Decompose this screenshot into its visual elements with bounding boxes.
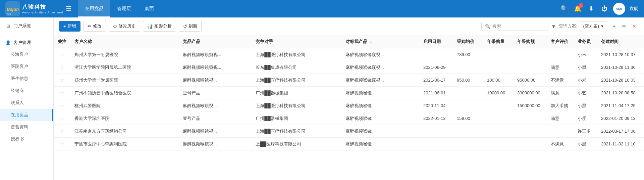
table-row: ☆江苏南京东方医药经销公司麻醉视频喉镜视...上海██医疗科技有限公司麻醉视频喉…: [54, 125, 644, 138]
staff-cell: 小米: [574, 48, 597, 61]
chart-button[interactable]: 📊 图形分析: [143, 21, 176, 32]
query-scheme-select[interactable]: (空方案) ▼: [580, 21, 607, 31]
annual-qty-cell: [483, 61, 513, 74]
customer-eval-cell: 不满意: [547, 74, 574, 87]
start-date-cell: 2020-11-04: [419, 99, 453, 112]
purchase-price-cell: [453, 61, 483, 74]
logo-text: 八骏科技 Anyone,Anytime,Anywhere!: [22, 4, 63, 14]
purchase-price-cell: 158.00: [453, 112, 483, 125]
sidebar-item-hospital-customer[interactable]: 医院客户: [0, 60, 53, 73]
col-header-customer-name[interactable]: 客户名称: [70, 35, 179, 48]
history-button[interactable]: ⊙ 修改历史: [109, 21, 140, 32]
sidebar-item-auth-book[interactable]: 授权书: [0, 133, 53, 145]
table-container: 关注 客户名称 竞品产品 竞争对手 对标我产品 ↓: [54, 35, 644, 180]
sidebar-item-contact[interactable]: 联系人: [0, 97, 53, 109]
notification-button[interactable]: 🔔 1: [573, 4, 582, 13]
sidebar-item-public-customer[interactable]: 公海客户: [0, 48, 53, 60]
sidebar-item-in-use-competitor[interactable]: 在用竞品: [0, 109, 53, 121]
chevron-down-icon: ▼: [600, 24, 604, 28]
create-time-cell: 2021-10-29 11:36: [597, 61, 644, 74]
competitor-product-cell: 壹号产品: [179, 87, 252, 99]
focus-star[interactable]: ☆: [54, 61, 70, 74]
nav-tab-management[interactable]: 管理层: [110, 0, 138, 17]
start-date-cell: [419, 138, 453, 150]
annual-amount-cell: [513, 125, 547, 138]
annual-qty-cell: [483, 48, 513, 61]
sidebar-item-distributor[interactable]: 经销商: [0, 85, 53, 97]
competitor-cell: 上海██医疗科技有限公司: [252, 48, 341, 61]
nav-tab-in-use[interactable]: 在用竞品: [78, 0, 110, 17]
delete-filter-button[interactable]: ✕: [630, 22, 639, 31]
competitor-product-cell: 麻醉视频喉镜视...: [179, 125, 252, 138]
logo-area: Bajun 八骏 八骏科技 Anyone,Anytime,Anywhere!: [5, 1, 63, 16]
main-layout: ⊞ 门户系统 👤 客户管理 公海客户 医院客户 医生信息 经销商 联系人: [0, 17, 644, 180]
edit-filter-button[interactable]: ✏: [620, 22, 629, 31]
nav-tabs: 在用竞品 管理层 桌面: [78, 0, 559, 17]
focus-star[interactable]: ☆: [54, 125, 70, 138]
search-icon: 🔍: [485, 24, 490, 29]
purchase-price-cell: 789.00: [453, 48, 483, 61]
annual-amount-cell: 1500000.00: [513, 99, 547, 112]
power-button[interactable]: ⏻: [600, 4, 609, 13]
user-name[interactable]: 袁朗: [629, 6, 639, 12]
sidebar-section-title-customer[interactable]: 👤 客户管理: [0, 37, 53, 48]
logo-image: Bajun 八骏: [5, 1, 20, 16]
sort-desc-icon: ↓: [370, 39, 372, 44]
history-icon: ⊙: [113, 24, 117, 29]
nav-tab-desktop[interactable]: 桌面: [138, 0, 161, 17]
col-header-competitor-product[interactable]: 竞品产品: [179, 35, 252, 48]
download-button[interactable]: ⬇: [586, 4, 596, 13]
target-product-cell: 麻醉视频喉镜窥视...: [341, 74, 419, 87]
col-header-create-time[interactable]: 创建时间: [597, 35, 644, 48]
col-header-customer-eval[interactable]: 客户评价: [547, 35, 574, 48]
focus-star[interactable]: ☆: [54, 138, 70, 150]
competitor-product-cell: 壹号产品: [179, 112, 252, 125]
avatar[interactable]: CEO: [613, 3, 625, 15]
sidebar-section-title-portal[interactable]: ⊞ 门户系统: [0, 20, 53, 32]
add-button[interactable]: + 新增: [59, 21, 80, 32]
annual-amount-cell: [513, 112, 547, 125]
purchase-price-cell: [453, 125, 483, 138]
focus-star[interactable]: ☆: [54, 48, 70, 61]
logo-en: Anyone,Anytime,Anywhere!: [22, 11, 63, 14]
col-header-staff[interactable]: 业务员: [574, 35, 597, 48]
add-filter-button[interactable]: +: [610, 22, 619, 31]
col-header-start-date[interactable]: 启用日期: [419, 35, 453, 48]
col-header-annual-amount[interactable]: 年采购额: [513, 35, 547, 48]
competitor-table: 关注 客户名称 竞品产品 竞争对手 对标我产品 ↓: [54, 35, 644, 150]
col-header-purchase-price[interactable]: 采购均价: [453, 35, 483, 48]
target-product-cell: 麻醉视频喉镜: [341, 112, 419, 125]
search-box[interactable]: 🔍: [481, 22, 548, 31]
start-date-cell: 2022-01-13: [419, 112, 453, 125]
focus-star[interactable]: ☆: [54, 112, 70, 125]
annual-amount-cell: [513, 61, 547, 74]
competitor-cell: 广州██器械集团: [252, 87, 341, 99]
search-icon-button[interactable]: 🔍: [559, 4, 569, 13]
sidebar-item-doctor-info[interactable]: 医生信息: [0, 73, 53, 85]
col-header-annual-qty[interactable]: 年采购量: [483, 35, 513, 48]
refresh-icon: ↺: [183, 24, 187, 29]
focus-star[interactable]: ☆: [54, 87, 70, 99]
focus-star[interactable]: ☆: [54, 99, 70, 112]
customer-eval-cell: 加大采购: [547, 99, 574, 112]
sidebar-item-first-营[interactable]: 首营资料: [0, 121, 53, 133]
competitor-product-cell: 麻醉视频喉镜窥视...: [179, 61, 252, 74]
customer-name-cell: 杭州武警医院: [70, 99, 179, 112]
customer-eval-cell: 不满意: [547, 138, 574, 150]
start-date-cell: 2021-06-29: [419, 61, 453, 74]
competitor-cell: 上██医疗科技有限公司: [252, 138, 341, 150]
annual-qty-cell: [483, 99, 513, 112]
refresh-button[interactable]: ↺ 刷新: [179, 21, 202, 32]
col-header-target-product[interactable]: 对标我产品 ↓: [341, 35, 419, 48]
col-header-competitor[interactable]: 竞争对手: [252, 35, 341, 48]
search-input[interactable]: [492, 24, 546, 29]
table-row: ☆广州不知所云中西医结合医院壹号产品广州██器械集团麻醉视频喉镜2021-06-…: [54, 87, 644, 99]
focus-star[interactable]: ☆: [54, 74, 70, 87]
table-header-row: 关注 客户名称 竞品产品 竞争对手 对标我产品 ↓: [54, 35, 644, 48]
logo-cn: 八骏科技: [22, 4, 46, 11]
competitor-cell: 广州██器械集团: [252, 112, 341, 125]
competitor-product-cell: 麻醉视频喉镜视...: [179, 99, 252, 112]
edit-button[interactable]: ✏ 修改: [83, 21, 106, 32]
hamburger-button[interactable]: ☰: [63, 3, 74, 14]
create-time-cell: 2021-10-28 10:37: [597, 48, 644, 61]
